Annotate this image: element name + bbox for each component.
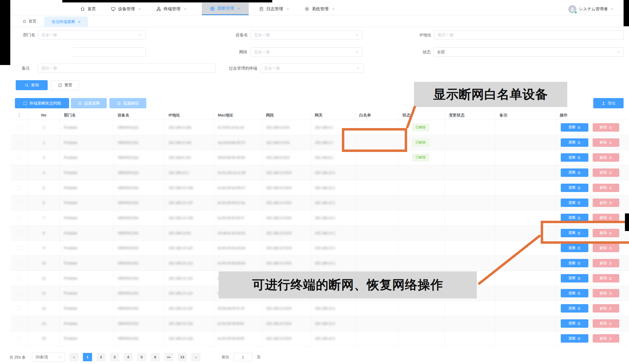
nav-item-block-mgmt[interactable]: 遮断管理 bbox=[202, 3, 249, 15]
row-checkbox[interactable] bbox=[17, 291, 21, 295]
block-button[interactable]: 遮断 bbox=[561, 334, 588, 343]
row-checkbox[interactable] bbox=[17, 306, 21, 310]
ip-input[interactable] bbox=[434, 30, 624, 40]
row-checkbox[interactable] bbox=[17, 336, 21, 340]
page-button[interactable]: 3 bbox=[110, 353, 119, 361]
cell-segment: 192.168.4.0/24 bbox=[262, 120, 311, 135]
unblock-button[interactable]: 解除 bbox=[593, 184, 619, 192]
block-button[interactable]: 遮断 bbox=[561, 138, 588, 147]
block-button[interactable]: 遮断 bbox=[561, 274, 588, 282]
cell-no: 6 bbox=[28, 195, 60, 210]
unblock-button[interactable]: 解除 bbox=[593, 274, 619, 282]
page-button[interactable]: 4 bbox=[124, 353, 133, 361]
col-header-ip: IP地址 bbox=[165, 110, 214, 120]
lock-icon bbox=[577, 156, 581, 159]
row-checkbox[interactable] bbox=[17, 261, 21, 265]
unblock-button[interactable]: 解除 bbox=[593, 304, 619, 313]
unblock-button[interactable]: 解除 bbox=[593, 138, 619, 147]
cell-note bbox=[496, 271, 556, 286]
row-checkbox[interactable] bbox=[17, 155, 21, 160]
export-button[interactable]: 导出 bbox=[593, 98, 624, 108]
batch-block-button[interactable]: 批量遮断 bbox=[71, 98, 107, 108]
search-button[interactable]: 查询 bbox=[16, 80, 48, 90]
row-checkbox[interactable] bbox=[17, 171, 21, 175]
nav-item-system-mgmt[interactable]: 系统管理 bbox=[304, 3, 335, 15]
page-button[interactable]: 13 bbox=[178, 353, 187, 361]
block-button[interactable]: 遮断 bbox=[561, 168, 588, 177]
block-button[interactable]: 遮断 bbox=[561, 304, 588, 313]
next-page-button[interactable]: › bbox=[191, 353, 200, 361]
page-button[interactable]: 1 bbox=[83, 353, 92, 361]
scan-corners-icon bbox=[23, 101, 27, 105]
block-button[interactable]: 遮断 bbox=[561, 319, 588, 328]
button-label: 解除 bbox=[600, 246, 607, 251]
unblock-button[interactable]: 解除 bbox=[593, 319, 619, 328]
cell-ip: 192.168.4.236 bbox=[165, 120, 214, 135]
batch-unblock-button[interactable]: 批量解除 bbox=[109, 98, 146, 108]
block-button[interactable]: 遮断 bbox=[561, 123, 588, 132]
block-button[interactable]: 遮断 bbox=[561, 199, 588, 207]
note-input[interactable] bbox=[38, 64, 215, 73]
page-button[interactable]: 5 bbox=[137, 353, 146, 361]
lock-icon bbox=[577, 126, 581, 129]
lock-icon bbox=[577, 141, 581, 144]
page-button[interactable]: 6 bbox=[151, 353, 160, 361]
segment-select[interactable]: 完全一致 bbox=[251, 47, 362, 57]
goto-unit: 页 bbox=[257, 353, 261, 361]
dept-select[interactable]: 完全一致 bbox=[38, 30, 146, 40]
unblock-button[interactable]: 解除 bbox=[593, 244, 619, 252]
page-size-select[interactable]: 20条/页 bbox=[32, 353, 65, 362]
unblock-button[interactable]: 解除 bbox=[593, 259, 619, 267]
nav-item-home[interactable]: 首页 bbox=[80, 3, 96, 15]
unblock-button[interactable]: 解除 bbox=[593, 168, 619, 177]
row-checkbox[interactable] bbox=[17, 231, 21, 235]
row-checkbox[interactable] bbox=[17, 321, 21, 326]
row-checkbox[interactable] bbox=[17, 201, 21, 205]
avatar bbox=[568, 5, 576, 13]
row-checkbox[interactable] bbox=[17, 186, 21, 190]
block-button[interactable]: 遮断 bbox=[561, 153, 588, 162]
block-button[interactable]: 遮断 bbox=[561, 184, 588, 192]
prev-page-button[interactable]: ‹ bbox=[69, 353, 79, 361]
sync-block-status-button[interactable]: 终端遮断状态同期 bbox=[15, 98, 69, 108]
block-button[interactable]: 遮断 bbox=[561, 244, 588, 252]
device-select[interactable]: 完全一致 bbox=[251, 30, 362, 40]
terminal-table: No 部门名 设备名 IP地址 Mac地址 网段 网关 白名单 状态 变更状态 … bbox=[11, 110, 629, 346]
row-checkbox[interactable] bbox=[17, 216, 21, 220]
goto-page-input[interactable] bbox=[234, 353, 252, 361]
block-button[interactable]: 遮断 bbox=[561, 259, 588, 267]
cell-dept: Produtai bbox=[60, 316, 114, 331]
reset-button[interactable]: 重置 bbox=[51, 80, 79, 90]
row-checkbox[interactable] bbox=[17, 246, 21, 250]
unblock-button[interactable]: 解除 bbox=[593, 199, 619, 207]
total-count: 共 253 条 bbox=[9, 353, 25, 362]
cell-device: VB000021N2 bbox=[114, 210, 165, 225]
page-button[interactable]: 2 bbox=[96, 353, 106, 361]
tab-illegal-terminal-block[interactable]: 非法终端遮断 × bbox=[44, 17, 88, 27]
cell-note bbox=[496, 150, 556, 165]
cell-ip: 192.168.10.115 bbox=[165, 301, 214, 316]
row-checkbox[interactable] bbox=[17, 141, 21, 145]
cell-ip: 192.168.10.110 bbox=[165, 241, 214, 256]
tab-home[interactable]: 首页 bbox=[22, 15, 36, 27]
block-button[interactable]: 遮断 bbox=[561, 289, 588, 297]
row-checkbox[interactable] bbox=[17, 276, 21, 280]
status-select[interactable]: 全部 bbox=[433, 47, 624, 57]
button-label: 遮断 bbox=[568, 261, 576, 266]
user-menu[interactable]: システム管理者 bbox=[568, 3, 614, 15]
select-all-checkbox[interactable] bbox=[19, 113, 20, 118]
page-button[interactable]: ••• bbox=[164, 353, 173, 361]
nav-item-device-mgmt[interactable]: 设备管理 bbox=[111, 3, 141, 15]
unblock-button[interactable]: 解除 bbox=[593, 289, 619, 297]
past-terminal-select[interactable]: 完全一致 bbox=[261, 64, 364, 73]
nav-item-log-mgmt[interactable]: 日志管理 bbox=[259, 3, 290, 15]
cell-dept: Produtai bbox=[60, 120, 114, 135]
close-tab-icon[interactable]: × bbox=[78, 20, 81, 24]
nav-item-terminal-mgmt[interactable]: 终端管理 bbox=[156, 3, 187, 15]
button-label: 遮断 bbox=[568, 155, 576, 160]
unblock-button[interactable]: 解除 bbox=[593, 153, 619, 162]
unblock-button[interactable]: 解除 bbox=[593, 334, 619, 343]
row-checkbox[interactable] bbox=[17, 125, 21, 129]
unblock-button[interactable]: 解除 bbox=[593, 123, 619, 132]
unlock-icon bbox=[609, 277, 612, 280]
